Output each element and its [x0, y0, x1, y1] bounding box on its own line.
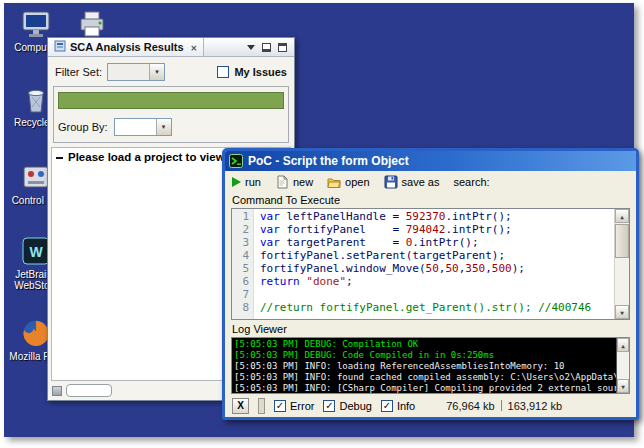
sca-view-icon — [54, 40, 66, 54]
view-menu-icon[interactable] — [247, 45, 255, 50]
code-line: 5fortifyPanel.window_Move(50,50,350,500)… — [232, 262, 614, 275]
bullet-dash-icon — [56, 157, 63, 159]
sca-search-input[interactable] — [66, 384, 112, 397]
group-by-row: Group By: ▾ — [58, 118, 284, 136]
poc-window-title: PoC - Script the form Object — [248, 154, 409, 168]
filter-icon — [52, 386, 62, 396]
poc-toolbar: run new open — [225, 171, 636, 193]
log-line: [5:05:03 PM] DEBUG: Compilation OK — [234, 339, 615, 350]
log-line: [5:05:03 PM] INFO: [CSharp Compiler] Com… — [234, 383, 615, 394]
scroll-up-icon[interactable]: ▲ — [615, 209, 629, 223]
filter-row: Filter Set: ▾ My Issues — [48, 57, 294, 85]
combo-arrow-icon[interactable]: ▾ — [149, 64, 164, 80]
debug-checkbox[interactable] — [323, 400, 335, 412]
sca-group-panel: Group By: ▾ — [53, 86, 289, 143]
save-as-button[interactable]: save as — [384, 175, 440, 189]
log-line: [5:05:03 PM] INFO: found cached compiled… — [234, 372, 615, 383]
code-line: 7 — [232, 288, 614, 301]
poc-window: PoC - Script the form Object run new — [222, 148, 639, 420]
svg-text:W: W — [29, 244, 43, 260]
code-line: 1var leftPanelHandle = 592370.intPtr(); — [232, 210, 614, 223]
filter-set-label: Filter Set: — [55, 66, 102, 78]
sca-message: Please load a project to view re — [68, 151, 239, 163]
scroll-down-icon[interactable]: ▼ — [615, 305, 629, 319]
log-viewer[interactable]: [5:05:03 PM] DEBUG: Compilation OK[5:05:… — [231, 337, 630, 394]
sca-view-controls — [247, 43, 294, 52]
error-label: Error — [290, 400, 314, 412]
info-filter: Info — [381, 400, 415, 412]
code-line: 3var targetParent = 0.intPtr(); — [232, 236, 614, 249]
memory-usage: 76,964 kb 163,912 kb — [446, 400, 562, 412]
screenshot-frame: Comput... Recycle... Control P... W JetB — [0, 0, 644, 448]
save-floppy-icon — [384, 175, 398, 189]
save-as-label: save as — [402, 176, 440, 188]
editor-scrollbar-thumb[interactable] — [615, 224, 629, 258]
error-checkbox[interactable] — [274, 400, 286, 412]
my-computer-icon — [20, 8, 52, 40]
code-line: 8//return fortifyPanel.get_Parent().str(… — [232, 301, 614, 314]
log-lines: [5:05:03 PM] DEBUG: Compilation OK[5:05:… — [234, 339, 615, 394]
maximize-icon[interactable] — [278, 43, 287, 52]
run-icon — [232, 177, 241, 187]
poc-title-bar[interactable]: PoC - Script the form Object — [225, 151, 636, 171]
combo-arrow-icon[interactable]: ▾ — [156, 119, 171, 135]
my-issues-checkbox[interactable] — [217, 66, 229, 78]
poc-status-bar: X Error Debug Info 76,964 kb 163,9 — [225, 394, 636, 417]
log-scrollbar[interactable]: ▲ ▼ — [616, 338, 629, 393]
scroll-down-icon[interactable]: ▼ — [617, 379, 629, 393]
info-label: Info — [397, 400, 415, 412]
desktop: Comput... Recycle... Control P... W JetB — [4, 3, 634, 437]
run-button[interactable]: run — [232, 176, 261, 188]
minimize-icon[interactable] — [262, 43, 271, 52]
new-button[interactable]: new — [275, 175, 313, 189]
memory-total: 163,912 kb — [508, 400, 562, 412]
new-label: new — [293, 176, 313, 188]
group-by-label: Group By: — [58, 121, 108, 133]
clear-log-button[interactable]: X — [232, 398, 249, 414]
log-line: [5:05:03 PM] INFO: loading ReferencedAss… — [234, 361, 615, 372]
tab-close-icon[interactable] — [188, 41, 198, 53]
editor-scrollbar[interactable]: ▲ ▼ — [614, 209, 629, 319]
scroll-up-icon[interactable]: ▲ — [617, 338, 629, 352]
open-label: open — [345, 176, 369, 188]
printer-icon — [76, 8, 108, 40]
code-editor[interactable]: 1var leftPanelHandle = 592370.intPtr();2… — [231, 208, 630, 320]
sca-tab-bar: SCA Analysis Results — [48, 38, 294, 57]
poc-window-icon — [229, 154, 243, 168]
new-document-icon — [275, 175, 289, 189]
filter-set-combo[interactable]: ▾ — [107, 63, 165, 81]
group-by-combo[interactable]: ▾ — [114, 118, 172, 136]
tab-sca-analysis-results[interactable]: SCA Analysis Results — [48, 38, 204, 56]
code-line: 6return "done"; — [232, 275, 614, 288]
run-label: run — [245, 176, 261, 188]
memory-separator — [501, 400, 502, 411]
code-line: 2var fortifyPanel = 794042.intPtr(); — [232, 223, 614, 236]
my-issues-label: My Issues — [234, 66, 287, 78]
command-to-execute-label: Command To Execute — [225, 193, 636, 208]
search-label: search: — [454, 176, 490, 188]
debug-label: Debug — [339, 400, 371, 412]
splitter-handle[interactable] — [258, 398, 265, 414]
code-lines: 1var leftPanelHandle = 592370.intPtr();2… — [232, 210, 614, 314]
debug-filter: Debug — [323, 400, 371, 412]
code-line: 4fortifyPanel.setParent(targetParent); — [232, 249, 614, 262]
log-viewer-label: Log Viewer — [225, 320, 636, 337]
open-button[interactable]: open — [327, 175, 369, 189]
memory-used: 76,964 kb — [446, 400, 494, 412]
progress-bar — [58, 92, 284, 109]
log-line: [5:05:03 PM] DEBUG: Code Compiled in in … — [234, 350, 615, 361]
error-filter: Error — [274, 400, 314, 412]
open-folder-icon — [327, 175, 341, 189]
sca-tab-title: SCA Analysis Results — [70, 41, 184, 53]
info-checkbox[interactable] — [381, 400, 393, 412]
